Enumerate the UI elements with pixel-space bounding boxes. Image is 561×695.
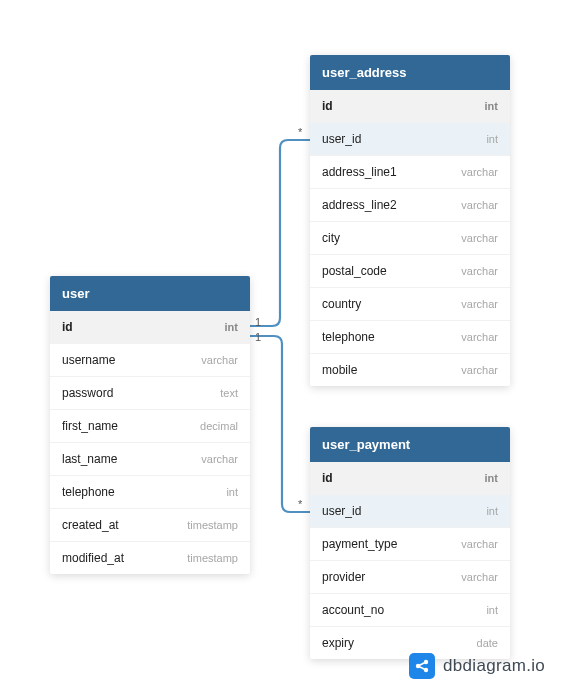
column-type: int [225, 321, 238, 333]
table-row: id int [310, 90, 510, 123]
column-name: payment_type [322, 537, 397, 551]
table-row: username varchar [50, 344, 250, 377]
table-row: created_at timestamp [50, 509, 250, 542]
column-name: postal_code [322, 264, 387, 278]
share-icon [409, 653, 435, 679]
column-name: address_line2 [322, 198, 397, 212]
table-row: user_id int [310, 123, 510, 156]
column-name: country [322, 297, 361, 311]
column-name: id [322, 471, 333, 485]
column-name: account_no [322, 603, 384, 617]
column-name: telephone [62, 485, 115, 499]
column-name: username [62, 353, 115, 367]
column-type: int [226, 486, 238, 498]
svg-line-3 [418, 662, 426, 666]
table-row: first_name decimal [50, 410, 250, 443]
column-type: varchar [461, 331, 498, 343]
column-type: varchar [461, 265, 498, 277]
table-row: postal_code varchar [310, 255, 510, 288]
column-name: expiry [322, 636, 354, 650]
column-type: int [485, 472, 498, 484]
column-type: text [220, 387, 238, 399]
column-type: timestamp [187, 519, 238, 531]
table-user-address[interactable]: user_address id int user_id int address_… [310, 55, 510, 386]
table-row: provider varchar [310, 561, 510, 594]
column-name: telephone [322, 330, 375, 344]
table-row: country varchar [310, 288, 510, 321]
column-name: created_at [62, 518, 119, 532]
table-row: address_line2 varchar [310, 189, 510, 222]
brand-text: dbdiagram.io [443, 656, 545, 676]
column-type: int [485, 100, 498, 112]
table-row: city varchar [310, 222, 510, 255]
column-name: id [62, 320, 73, 334]
table-row: last_name varchar [50, 443, 250, 476]
column-name: city [322, 231, 340, 245]
column-type: varchar [461, 199, 498, 211]
table-row: mobile varchar [310, 354, 510, 386]
column-type: int [486, 505, 498, 517]
column-type: timestamp [187, 552, 238, 564]
column-type: varchar [201, 354, 238, 366]
table-row: address_line1 varchar [310, 156, 510, 189]
column-name: address_line1 [322, 165, 397, 179]
cardinality-label: * [298, 498, 302, 510]
column-type: decimal [200, 420, 238, 432]
column-type: date [477, 637, 498, 649]
column-name: user_id [322, 504, 361, 518]
column-type: varchar [461, 166, 498, 178]
cardinality-label: 1 [255, 316, 261, 328]
relationship-line [250, 336, 310, 512]
column-name: last_name [62, 452, 117, 466]
column-type: int [486, 133, 498, 145]
table-row: payment_type varchar [310, 528, 510, 561]
table-row: password text [50, 377, 250, 410]
table-header: user [50, 276, 250, 311]
svg-line-4 [418, 666, 426, 670]
column-type: varchar [461, 538, 498, 550]
table-user-payment[interactable]: user_payment id int user_id int payment_… [310, 427, 510, 659]
table-row: telephone varchar [310, 321, 510, 354]
table-row: user_id int [310, 495, 510, 528]
table-row: id int [50, 311, 250, 344]
table-header: user_payment [310, 427, 510, 462]
column-type: varchar [461, 298, 498, 310]
column-name: password [62, 386, 113, 400]
column-type: varchar [461, 232, 498, 244]
table-row: id int [310, 462, 510, 495]
table-row: modified_at timestamp [50, 542, 250, 574]
column-name: first_name [62, 419, 118, 433]
footer-logo[interactable]: dbdiagram.io [409, 653, 545, 679]
table-user[interactable]: user id int username varchar password te… [50, 276, 250, 574]
table-row: account_no int [310, 594, 510, 627]
column-name: mobile [322, 363, 357, 377]
column-name: modified_at [62, 551, 124, 565]
column-type: varchar [461, 364, 498, 376]
column-type: varchar [461, 571, 498, 583]
relationship-line [250, 140, 310, 326]
column-name: id [322, 99, 333, 113]
table-row: telephone int [50, 476, 250, 509]
cardinality-label: 1 [255, 331, 261, 343]
column-name: provider [322, 570, 365, 584]
column-type: varchar [201, 453, 238, 465]
column-name: user_id [322, 132, 361, 146]
cardinality-label: * [298, 126, 302, 138]
column-type: int [486, 604, 498, 616]
table-header: user_address [310, 55, 510, 90]
